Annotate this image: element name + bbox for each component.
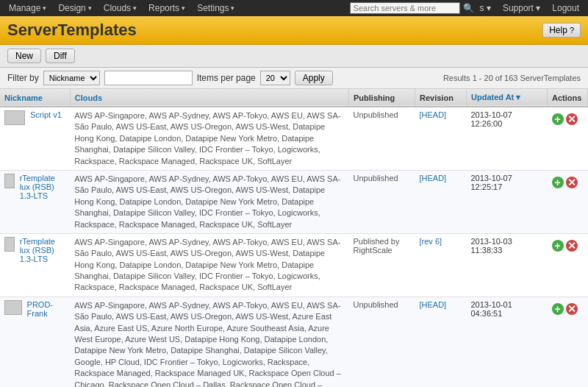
revision-cell: [HEAD] [415,170,467,233]
add-action-button[interactable]: + [552,177,564,188]
filter-bar: Filter by Nickname Items per page 20 App… [0,68,588,89]
actions-cell: + ✕ [548,233,588,297]
table-row: rTemplate lux (RSB) 1.3-LTS AWS AP-Singa… [0,233,588,297]
reports-arrow-icon: ▾ [182,4,185,12]
publishing-status: Unpublished [354,110,398,119]
updated-at-value: 2013-10-07 12:26:00 [471,110,512,128]
clouds-cell: AWS AP-Singapore, AWS AP-Sydney, AWS AP-… [70,107,348,170]
actions-cell: + ✕ [548,297,588,387]
diff-button[interactable]: Diff [46,49,75,63]
col-header-updated[interactable]: Updated At ▾ [467,89,548,107]
col-header-clouds[interactable]: Clouds [70,89,348,107]
add-action-button[interactable]: + [552,113,564,125]
col-header-actions: Actions [548,89,588,107]
thumbnail-image [4,174,15,188]
revision-link[interactable]: [HEAD] [420,300,447,309]
col-header-revision[interactable]: Revision [415,89,467,107]
updated-sort-link[interactable]: Updated At ▾ [471,93,520,102]
thumbnail-image [4,110,25,125]
filter-value-input[interactable] [104,71,193,85]
nav-account[interactable]: s ▾ [474,0,497,16]
remove-action-button[interactable]: ✕ [566,113,578,125]
revision-link[interactable]: [HEAD] [420,174,447,182]
items-per-page-label: Items per page [197,73,256,83]
apply-button[interactable]: Apply [295,71,333,85]
add-action-button[interactable]: + [552,240,564,252]
revision-cell: [HEAD] [415,297,467,387]
thumbnail-image [4,237,15,252]
remove-action-button[interactable]: ✕ [566,240,578,252]
settings-arrow-icon: ▾ [231,4,234,12]
items-per-page-select[interactable]: 20 [260,71,290,85]
remove-action-button[interactable]: ✕ [566,303,578,315]
search-input[interactable] [350,2,460,14]
clouds-cell: AWS AP-Singapore, AWS AP-Sydney, AWS AP-… [70,297,348,387]
nickname-link[interactable]: rTemplate lux (RSB) 1.3-LTS [20,174,66,200]
clouds-arrow-icon: ▾ [133,4,137,12]
nickname-link[interactable]: Script v1 [30,110,62,119]
manage-arrow-icon: ▾ [43,4,46,12]
add-action-button[interactable]: + [552,303,564,315]
nickname-cell: rTemplate lux (RSB) 1.3-LTS [0,233,70,297]
table-header-row: Nickname Clouds Publishing Revision Upda… [0,89,588,107]
table-row: PROD-Frank AWS AP-Singapore, AWS AP-Sydn… [0,297,588,387]
help-icon: ? [570,26,574,35]
nickname-cell: Script v1 [0,107,70,170]
thumbnail-image [4,300,22,315]
server-templates-table: Nickname Clouds Publishing Revision Upda… [0,89,588,387]
nav-right-area: s ▾ Support ▾ Logout [474,0,585,16]
revision-link[interactable]: [HEAD] [420,110,447,119]
remove-action-button[interactable]: ✕ [566,177,578,188]
search-icon: 🔍 [463,3,474,13]
nav-design[interactable]: Design ▾ [52,0,97,16]
nav-support[interactable]: Support ▾ [497,0,546,16]
publishing-status: Unpublished [354,174,398,182]
col-header-publishing[interactable]: Publishing [349,89,415,107]
nav-manage[interactable]: Manage ▾ [3,0,52,16]
updated-at-value: 2013-10-07 12:25:17 [471,174,512,191]
revision-cell: [HEAD] [415,107,467,170]
clouds-sort-link[interactable]: Clouds [75,93,102,102]
new-button[interactable]: New [7,49,41,63]
publishing-status: Published by RightScale [354,237,400,255]
nav-settings[interactable]: Settings ▾ [191,0,240,16]
help-button[interactable]: Help ? [542,23,581,38]
nav-reports[interactable]: Reports ▾ [143,0,191,16]
design-arrow-icon: ▾ [88,4,92,12]
updated-at-cell: 2013-10-01 04:36:51 [467,297,548,387]
nav-logout[interactable]: Logout [546,0,585,16]
filter-field-select[interactable]: Nickname [43,71,100,85]
revision-link[interactable]: [rev 6] [420,237,442,246]
publishing-cell: Unpublished [349,170,415,233]
nickname-link[interactable]: PROD-Frank [27,300,66,318]
updated-at-cell: 2013-10-07 12:25:17 [467,170,548,233]
nickname-cell: PROD-Frank [0,297,70,387]
table-row: Script v1 AWS AP-Singapore, AWS AP-Sydne… [0,107,588,170]
filter-by-label: Filter by [7,73,39,83]
clouds-cell: AWS AP-Singapore, AWS AP-Sydney, AWS AP-… [70,170,348,233]
nickname-link[interactable]: rTemplate lux (RSB) 1.3-LTS [20,237,66,263]
updated-at-value: 2013-10-01 04:36:51 [471,300,512,318]
header-bar: ServerTemplates Help ? [0,16,588,45]
publishing-cell: Unpublished [349,107,415,170]
updated-at-value: 2013-10-03 11:38:33 [471,237,512,255]
table-row: rTemplate lux (RSB) 1.3-LTS AWS AP-Singa… [0,170,588,233]
revision-cell: [rev 6] [415,233,467,297]
updated-at-cell: 2013-10-07 12:26:00 [467,107,548,170]
top-navigation: Manage ▾ Design ▾ Clouds ▾ Reports ▾ Set… [0,0,588,16]
page-title: ServerTemplates [7,21,137,40]
nickname-sort-link[interactable]: Nickname [4,93,43,102]
actions-cell: + ✕ [548,170,588,233]
clouds-cell: AWS AP-Singapore, AWS AP-Sydney, AWS AP-… [70,233,348,297]
toolbar: New Diff [0,45,588,68]
nav-search-area: 🔍 [350,2,474,14]
col-header-nickname[interactable]: Nickname [0,89,70,107]
nickname-cell: rTemplate lux (RSB) 1.3-LTS [0,170,70,233]
nav-clouds[interactable]: Clouds ▾ [98,0,143,16]
publishing-cell: Unpublished [349,297,415,387]
results-text: Results 1 - 20 of 163 ServerTemplates [443,74,581,82]
actions-cell: + ✕ [548,107,588,170]
publishing-cell: Published by RightScale [349,233,415,297]
publishing-status: Unpublished [354,300,398,309]
updated-at-cell: 2013-10-03 11:38:33 [467,233,548,297]
